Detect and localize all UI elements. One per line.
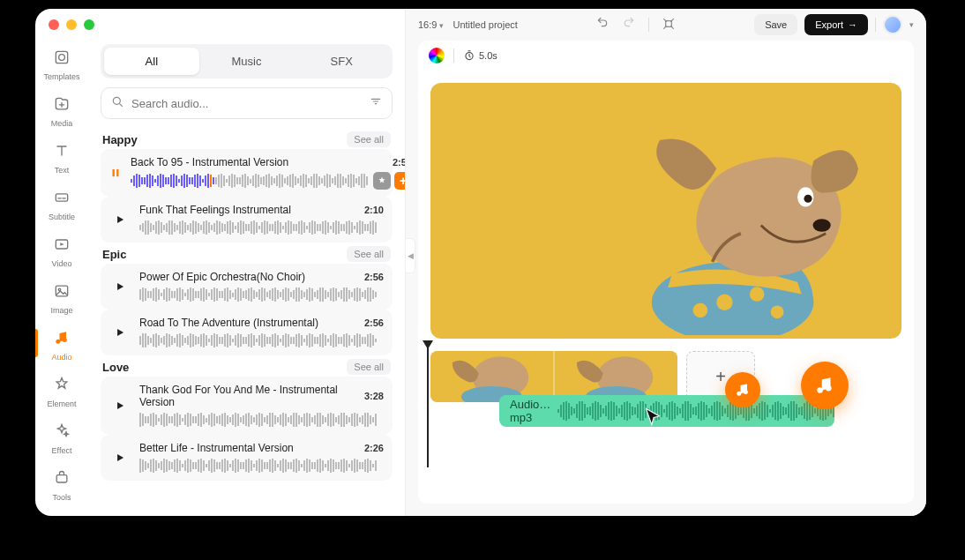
track-duration: 2:56 (364, 317, 384, 328)
export-button[interactable]: Export→ (804, 14, 868, 35)
subtitle-icon (53, 189, 71, 210)
track-title: Better Life - Instrumental Version (139, 442, 294, 454)
window-traffic-lights (49, 19, 94, 30)
text-icon (53, 142, 71, 163)
tab-music[interactable]: Music (199, 48, 295, 75)
audio-track[interactable]: Power Of Epic Orchestra(No Choir)2:56 (101, 264, 393, 310)
search-input[interactable] (131, 97, 362, 110)
play-button[interactable] (109, 395, 131, 416)
svg-point-30 (826, 385, 832, 392)
svg-point-17 (749, 287, 764, 302)
audio-waveform (557, 401, 834, 421)
color-picker-icon[interactable] (429, 48, 445, 63)
undo-button[interactable] (595, 17, 610, 33)
panel-collapse-button[interactable]: ◀ (405, 238, 415, 273)
video-preview[interactable]: GIF (430, 83, 901, 339)
category-title: Love (102, 361, 129, 374)
sidebar-item-audio[interactable]: Audio (41, 323, 83, 368)
app-window: Templates Media Text Subtitle Video Imag… (35, 9, 926, 516)
svg-rect-4 (56, 286, 67, 296)
track-title: Road To The Adventure (Instrumental) (139, 317, 318, 329)
audio-track[interactable]: Funk That Feelings Instrumental2:10 (101, 197, 393, 243)
tools-icon (53, 469, 71, 490)
sidebar-item-element[interactable]: Element (41, 370, 83, 414)
sidebar-item-text[interactable]: Text (41, 136, 83, 181)
audio-track[interactable]: Road To The Adventure (Instrumental)2:56 (101, 310, 393, 355)
sidebar-item-video[interactable]: Video (41, 229, 83, 274)
svg-point-6 (56, 340, 60, 344)
track-waveform (139, 412, 384, 428)
search-icon (110, 94, 124, 112)
nav-sidebar: Templates Media Text Subtitle Video Imag… (35, 9, 88, 516)
see-all-button[interactable]: See all (347, 131, 391, 147)
sidebar-item-media[interactable]: Media (41, 89, 83, 134)
audio-track[interactable]: Back To 95 - Instrumental Version2:50 + (101, 149, 393, 197)
pause-button[interactable] (109, 162, 122, 183)
add-track-button[interactable]: + (394, 172, 406, 190)
crop-button[interactable] (662, 17, 676, 33)
sidebar-item-image[interactable]: Image (41, 276, 83, 321)
audio-track[interactable]: Thank God For You And Me - Instrumental … (101, 377, 393, 435)
tab-sfx[interactable]: SFX (294, 48, 389, 75)
project-title[interactable]: Untitled project (453, 19, 517, 30)
filter-icon[interactable] (369, 94, 383, 112)
svg-point-1 (59, 55, 65, 61)
track-title: Funk That Feelings Instrumental (139, 204, 291, 216)
track-title: Power Of Epic Orchestra(No Choir) (139, 271, 305, 283)
audio-track[interactable]: Better Life - Instrumental Version2:26 (101, 435, 393, 481)
user-avatar[interactable] (883, 15, 902, 34)
templates-icon (53, 49, 71, 70)
favorite-button[interactable] (373, 172, 391, 190)
audio-icon (53, 329, 71, 350)
editor-area: ◀ 16:9 ▾ Untitled project Save Export→ ▾ (406, 9, 926, 516)
play-button[interactable] (109, 447, 131, 468)
redo-button[interactable] (622, 17, 636, 33)
svg-rect-11 (116, 169, 118, 176)
video-icon (53, 235, 71, 257)
track-duration: 2:10 (364, 205, 384, 215)
search-bar[interactable] (101, 87, 393, 119)
element-icon (53, 376, 71, 397)
sidebar-item-tools[interactable]: Tools (41, 463, 83, 508)
aspect-ratio-selector[interactable]: 16:9 ▾ (418, 19, 444, 30)
canvas-area: GIF + Audio…mp3 (418, 71, 914, 504)
cursor-icon (642, 406, 665, 432)
track-waveform (131, 173, 368, 189)
play-button[interactable] (109, 322, 131, 343)
timeline-audio-clip[interactable]: Audio…mp3 (499, 395, 834, 427)
duration-indicator[interactable]: 5.0s (463, 49, 497, 62)
track-duration: 3:28 (364, 391, 384, 401)
sidebar-item-templates[interactable]: Templates (41, 42, 83, 87)
play-button[interactable] (109, 209, 131, 230)
svg-rect-0 (56, 51, 67, 63)
media-icon (53, 95, 71, 116)
floating-audio-badge-large[interactable] (801, 362, 849, 409)
audio-panel: All Music SFX HappySee all Back To 95 - … (88, 9, 406, 516)
preview-content (540, 92, 894, 335)
play-button[interactable] (109, 276, 131, 297)
effect-icon (53, 422, 71, 444)
see-all-button[interactable]: See all (347, 246, 391, 262)
floating-audio-badge-small[interactable] (725, 372, 760, 407)
see-all-button[interactable]: See all (347, 359, 391, 375)
svg-point-9 (113, 97, 120, 104)
svg-rect-8 (56, 475, 67, 482)
image-icon (53, 282, 71, 303)
svg-point-22 (812, 219, 830, 232)
track-waveform (139, 287, 384, 302)
playhead[interactable] (427, 344, 429, 467)
svg-point-19 (770, 305, 783, 318)
track-waveform (139, 332, 384, 348)
svg-point-32 (744, 390, 748, 394)
sidebar-item-subtitle[interactable]: Subtitle (41, 183, 83, 228)
svg-point-16 (716, 295, 732, 310)
user-menu-chevron[interactable]: ▾ (909, 20, 914, 29)
save-button[interactable]: Save (754, 14, 797, 35)
sidebar-item-effect[interactable]: Effect (41, 416, 83, 461)
svg-rect-2 (56, 194, 67, 201)
category-title: Happy (102, 133, 138, 146)
svg-point-21 (804, 195, 812, 203)
track-waveform (139, 220, 384, 235)
tab-all[interactable]: All (104, 48, 199, 75)
top-toolbar: 16:9 ▾ Untitled project Save Export→ ▾ (406, 9, 926, 41)
